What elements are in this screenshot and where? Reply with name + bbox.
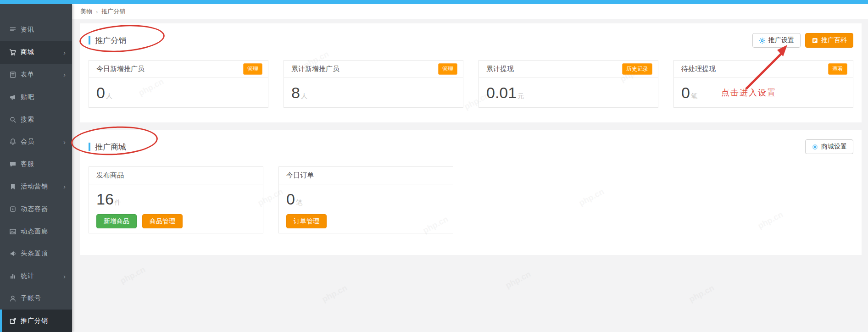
stats-icon	[9, 272, 17, 280]
sidebar-item-statistics[interactable]: 统计 ›	[0, 265, 72, 288]
share-icon	[9, 317, 17, 325]
speaker-icon	[9, 250, 17, 257]
sidebar-item-headline-pin[interactable]: 头条置顶	[0, 243, 72, 265]
manage-badge[interactable]: 管理	[243, 63, 262, 75]
view-badge[interactable]: 查看	[828, 63, 847, 75]
breadcrumb-separator: ›	[96, 8, 98, 15]
search-icon	[9, 116, 17, 123]
sidebar-item-label: 会员	[21, 138, 63, 146]
card-title: 今日订单	[286, 171, 314, 180]
manage-badge[interactable]: 管理	[438, 63, 457, 75]
sidebar-item-label: 推广分销	[21, 317, 66, 325]
sidebar-item-members[interactable]: 会员 ›	[0, 131, 72, 153]
stat-card-total-promoters: 累计新增推广员 管理 8人	[284, 60, 463, 108]
form-icon	[9, 71, 17, 78]
sidebar-item-support[interactable]: 客服	[0, 153, 72, 176]
breadcrumb: 美物 › 推广分销	[72, 4, 868, 19]
stat-unit: 人	[301, 92, 307, 100]
cart-icon	[9, 49, 17, 56]
sidebar-item-dynamic-gallery[interactable]: 动态画廊	[0, 220, 72, 243]
container-icon	[9, 205, 17, 213]
promotion-panel: 推广分销 推广设置 推广百科 今日新增推广员 管理	[80, 23, 862, 122]
mall-section-title: 推广商城	[89, 142, 126, 152]
sidebar-item-label: 动态容器	[21, 205, 66, 213]
chat-icon	[9, 160, 17, 168]
sidebar-item-search[interactable]: 搜索	[0, 108, 72, 131]
stat-value: 8	[291, 84, 300, 101]
stat-value: 16	[96, 190, 114, 208]
sidebar-item-label: 表单	[21, 71, 63, 79]
promotion-section-title: 推广分销	[89, 35, 126, 46]
history-badge[interactable]: 历史记录	[622, 63, 652, 75]
chevron-right-icon: ›	[63, 49, 66, 56]
sidebar-item-label: 搜索	[21, 116, 66, 124]
stat-card-pending-withdraw: 待处理提现 查看 0笔	[673, 60, 853, 108]
sidebar-item-label: 动态画廊	[21, 227, 66, 236]
stat-card-today-promoters: 今日新增推广员 管理 0人	[89, 60, 268, 108]
manage-order-button[interactable]: 订单管理	[286, 214, 327, 228]
mall-card-orders: 今日订单 0笔 订单管理	[278, 166, 453, 233]
promotion-settings-button[interactable]: 推广设置	[752, 33, 801, 48]
user-icon	[9, 295, 17, 302]
stat-unit: 件	[115, 199, 121, 206]
stat-value: 0.01	[486, 84, 517, 101]
stat-unit: 人	[106, 92, 112, 100]
title-accent-bar	[89, 36, 90, 44]
gear-icon	[759, 37, 766, 44]
breadcrumb-current: 推广分销	[101, 7, 125, 16]
stat-unit: 笔	[296, 199, 302, 206]
stat-value: 0	[96, 84, 105, 101]
sidebar-item-label: 统计	[21, 272, 63, 280]
sidebar: 资讯 商城 › 表单 › 贴吧 搜索 会员 › 客服 活动营销 › 动态	[0, 4, 72, 332]
sidebar-item-mall[interactable]: 商城 ›	[0, 41, 72, 64]
stat-value: 0	[681, 84, 690, 101]
book-icon	[812, 37, 818, 44]
add-product-button[interactable]: 新增商品	[96, 214, 137, 228]
sidebar-item-label: 客服	[21, 160, 66, 168]
title-accent-bar	[89, 143, 90, 151]
sidebar-item-marketing[interactable]: 活动营销 ›	[0, 176, 72, 198]
sidebar-item-label: 商城	[21, 48, 63, 56]
sidebar-item-label: 贴吧	[21, 93, 66, 101]
chevron-right-icon: ›	[63, 138, 66, 146]
top-accent-bar	[0, 0, 868, 4]
sidebar-item-news[interactable]: 资讯	[0, 19, 72, 41]
sidebar-item-subaccount[interactable]: 子帐号	[0, 288, 72, 310]
gear-icon	[812, 144, 818, 150]
stat-unit: 笔	[691, 92, 697, 100]
manage-product-button[interactable]: 商品管理	[142, 214, 183, 228]
card-title: 累计提现	[486, 65, 514, 73]
card-title: 待处理提现	[681, 65, 716, 73]
mall-settings-button[interactable]: 商城设置	[805, 139, 853, 154]
card-title: 累计新增推广员	[291, 65, 339, 73]
sidebar-item-forum[interactable]: 贴吧	[0, 86, 72, 108]
card-title: 发布商品	[96, 171, 124, 180]
stat-unit: 元	[517, 92, 524, 100]
sidebar-item-forms[interactable]: 表单 ›	[0, 64, 72, 86]
chevron-right-icon: ›	[63, 272, 66, 280]
stat-card-total-withdraw: 累计提现 历史记录 0.01元	[479, 60, 658, 108]
sidebar-item-label: 活动营销	[21, 183, 63, 191]
sidebar-item-label: 头条置顶	[21, 249, 66, 258]
chevron-right-icon: ›	[63, 183, 66, 190]
promotion-wiki-button[interactable]: 推广百科	[805, 33, 853, 48]
breadcrumb-home[interactable]: 美物	[80, 7, 92, 16]
megaphone-icon	[9, 94, 17, 101]
bookmark-icon	[9, 183, 17, 190]
sidebar-item-dynamic-container[interactable]: 动态容器	[0, 198, 72, 220]
sidebar-item-label: 资讯	[21, 26, 66, 34]
sidebar-item-promotion[interactable]: 推广分销	[0, 310, 72, 332]
card-title: 今日新增推广员	[96, 65, 145, 73]
annotation-text: 点击进入设置	[721, 87, 776, 98]
stat-value: 0	[286, 190, 295, 208]
gallery-icon	[9, 228, 17, 235]
mall-panel: 推广商城 商城设置 发布商品 16件 新增商品 商品管理	[80, 130, 862, 255]
chevron-right-icon: ›	[63, 71, 66, 78]
main-area: 美物 › 推广分销 推广分销 推广设置 推广百科	[72, 4, 868, 332]
sidebar-item-label: 子帐号	[21, 294, 66, 303]
bell-icon	[9, 138, 17, 145]
mall-card-products: 发布商品 16件 新增商品 商品管理	[89, 166, 263, 233]
news-icon	[9, 26, 17, 33]
